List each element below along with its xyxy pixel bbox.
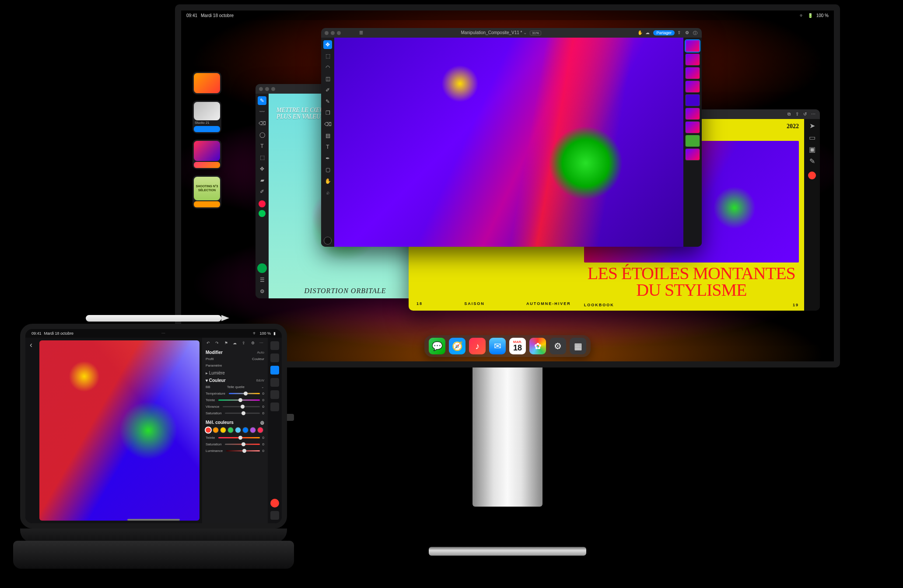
- back-button[interactable]: ‹: [30, 340, 32, 350]
- light-section[interactable]: ▸ Lumière: [202, 369, 268, 376]
- brush-tool[interactable]: ✎: [258, 96, 266, 105]
- mix-hue-slider[interactable]: Teinte 0: [202, 434, 268, 441]
- vibrance-slider[interactable]: Vibrance 0: [202, 403, 268, 410]
- mask-mode-icon[interactable]: [270, 390, 279, 399]
- settings-app[interactable]: ⚙: [550, 338, 566, 354]
- sidebar-icon[interactable]: ☰: [359, 30, 364, 35]
- gear-icon[interactable]: ⚙: [685, 30, 690, 35]
- smudge-tool[interactable]: 〰: [258, 108, 266, 116]
- mix-orange[interactable]: [213, 427, 218, 433]
- fill-tool[interactable]: ▰: [258, 176, 266, 185]
- layer-thumb[interactable]: [686, 40, 700, 52]
- shape-tool[interactable]: ▢: [323, 165, 332, 174]
- stage-thumb[interactable]: Studio 21: [192, 101, 221, 133]
- eyedropper-tool[interactable]: ✐: [323, 86, 332, 94]
- pen-tool[interactable]: ✎: [809, 157, 815, 165]
- chevron-down-icon[interactable]: ⌄: [523, 30, 527, 35]
- adjust-mode-icon[interactable]: [270, 366, 279, 374]
- layer-thumb[interactable]: [686, 81, 700, 92]
- record-badge[interactable]: [808, 172, 816, 179]
- color-section[interactable]: ▾ Couleur B&W: [202, 376, 268, 384]
- layer-thumb[interactable]: [686, 54, 700, 65]
- temperature-slider[interactable]: Température 0: [202, 390, 268, 397]
- mix-blue[interactable]: [243, 427, 248, 433]
- ipad-photo-canvas[interactable]: [39, 340, 200, 521]
- mix-aqua[interactable]: [235, 427, 241, 433]
- gear-icon[interactable]: ⚙: [249, 340, 256, 346]
- history-icon[interactable]: ↺: [803, 112, 808, 117]
- safari-app[interactable]: 🧭: [449, 338, 466, 354]
- zoom-tool[interactable]: ⌕: [323, 188, 332, 197]
- layer-thumb[interactable]: [686, 67, 700, 79]
- zoom-level[interactable]: 31%: [530, 31, 541, 35]
- layer-thumb[interactable]: [686, 135, 700, 147]
- text-tool[interactable]: T: [323, 143, 332, 151]
- clone-tool[interactable]: ❐: [323, 108, 332, 117]
- crop-mode-icon[interactable]: [270, 354, 279, 362]
- settings-icon[interactable]: ⚙: [258, 287, 266, 296]
- help-icon[interactable]: ⓘ: [693, 30, 698, 35]
- mix-magenta[interactable]: [258, 427, 263, 433]
- music-app[interactable]: ♪: [469, 338, 486, 354]
- foreground-color[interactable]: [257, 263, 267, 273]
- gradient-tool[interactable]: ▤: [323, 131, 332, 140]
- color-swatch-green[interactable]: [259, 210, 266, 217]
- share-icon[interactable]: ⇪: [795, 112, 801, 117]
- share-button[interactable]: Partager: [653, 30, 675, 35]
- info-mode-icon[interactable]: [270, 511, 279, 520]
- mix-red[interactable]: [206, 427, 211, 433]
- editor-titlebar[interactable]: ☰ Manipulation_Composite_V11 * ⌄ 31% ✋ ☁…: [321, 28, 702, 38]
- editor-window[interactable]: ☰ Manipulation_Composite_V11 * ⌄ 31% ✋ ☁…: [321, 28, 702, 247]
- lasso-tool[interactable]: ◠: [323, 63, 332, 72]
- redo-icon[interactable]: ↷: [214, 340, 220, 346]
- photos-app[interactable]: ✿: [529, 338, 546, 354]
- foreground-swatch[interactable]: [324, 237, 331, 244]
- mail-app[interactable]: ✉: [489, 338, 506, 354]
- layer-thumb[interactable]: [686, 149, 700, 160]
- presets-mode-icon[interactable]: [270, 402, 279, 411]
- eyedropper-tool[interactable]: ✐: [258, 187, 266, 196]
- eraser-tool[interactable]: ⌫: [258, 119, 266, 128]
- layer-thumb[interactable]: [686, 108, 700, 119]
- bookmark-icon[interactable]: ⧉: [788, 112, 793, 117]
- hand-tool-icon[interactable]: ✋: [637, 30, 643, 35]
- crop-tool[interactable]: ◫: [323, 74, 332, 83]
- move-tool[interactable]: ✥: [323, 40, 332, 49]
- brush-tool[interactable]: ✎: [323, 97, 332, 106]
- pen-tool[interactable]: ✒: [323, 154, 332, 163]
- more-icon[interactable]: ⋯: [811, 112, 816, 117]
- messages-app[interactable]: 💬: [429, 338, 445, 354]
- preset-row[interactable]: Paramètre: [202, 362, 268, 369]
- profile-row[interactable]: Profil Couleur: [202, 356, 268, 362]
- saturation-slider[interactable]: Saturation 0: [202, 410, 268, 416]
- shape-tool[interactable]: ◯: [258, 130, 266, 139]
- textframe-tool[interactable]: ▭: [809, 133, 816, 142]
- stage-thumb[interactable]: [192, 140, 221, 169]
- home-indicator[interactable]: [127, 519, 180, 521]
- edit-mode-icon[interactable]: [270, 341, 279, 350]
- editor-canvas[interactable]: [334, 38, 683, 247]
- cloud-sync-icon[interactable]: ☁: [645, 30, 651, 35]
- image-tool[interactable]: ▣: [809, 145, 816, 154]
- mix-lum-slider[interactable]: Luminance 0: [202, 448, 268, 454]
- cloud-icon[interactable]: ☁: [231, 340, 238, 346]
- calendar-app[interactable]: MAR. 18: [509, 338, 526, 354]
- mix-yellow[interactable]: [220, 427, 226, 433]
- target-icon[interactable]: ◎: [260, 420, 264, 425]
- traffic-lights[interactable]: [325, 31, 341, 35]
- auto-button[interactable]: Auto: [257, 350, 264, 354]
- hand-tool[interactable]: ✋: [323, 177, 332, 186]
- mix-sat-slider[interactable]: Saturation 0: [202, 441, 268, 448]
- traffic-lights[interactable]: [259, 87, 275, 91]
- stage-thumb[interactable]: SHOOTING N°3 SÉLECTION: [192, 175, 221, 209]
- more-icon[interactable]: ⋯: [161, 331, 165, 336]
- layer-thumb[interactable]: [686, 94, 700, 106]
- heal-mode-icon[interactable]: [270, 378, 279, 387]
- export-icon[interactable]: ⇪: [677, 30, 682, 35]
- wb-row[interactable]: BB Telle quelle ⌄: [202, 384, 268, 390]
- pointer-tool[interactable]: ➤: [809, 122, 815, 130]
- mix-purple[interactable]: [250, 427, 256, 433]
- layers-icon[interactable]: ☰: [258, 276, 266, 284]
- more-icon[interactable]: ⋯: [258, 340, 265, 346]
- marquee-tool[interactable]: ⬚: [323, 52, 332, 60]
